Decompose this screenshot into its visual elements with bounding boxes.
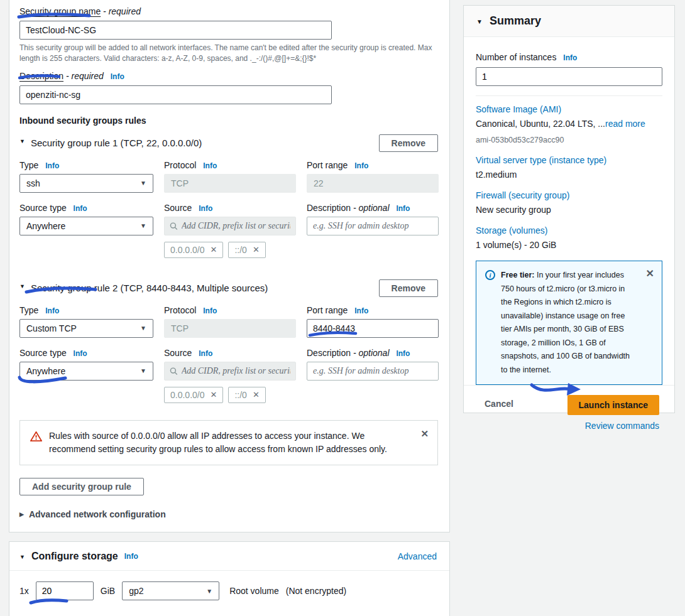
software-image-link[interactable]: Software Image (AMI) [476,104,561,114]
number-of-instances-label: Number of instances Info [476,52,662,62]
security-group-name-label: Security group name - required [19,6,438,16]
chevron-down-icon: ▼ [19,138,25,144]
advanced-network-configuration-toggle[interactable]: ▶ Advanced network configuration [19,509,438,519]
rule1-source-type-label: Source type Info [19,203,153,213]
root-volume-label: Root volume [229,586,279,596]
source-info-link[interactable]: Info [199,204,212,213]
rule2-port-label: Port range Info [307,305,439,315]
summary-panel: ▼ Summary Number of instances Info Softw… [463,5,675,413]
firewall-value: New security group [476,205,662,215]
security-group-name-input[interactable] [19,21,332,40]
rule2-source-label: Source Info [164,348,296,358]
software-image-section: Software Image (AMI) Canonical, Ubuntu, … [476,104,662,144]
warning-text: Rules with source of 0.0.0.0/0 allow all… [49,430,407,456]
port-range-info-link[interactable]: Info [354,306,368,315]
open-cidr-warning: Rules with source of 0.0.0.0/0 allow all… [19,420,438,465]
rule1-type-select[interactable]: ssh ▼ [19,174,153,193]
source-type-info-link[interactable]: Info [74,349,87,358]
rule1-protocol-value: TCP [164,174,296,193]
chevron-down-icon: ▼ [19,283,25,289]
chevron-down-icon: ▼ [140,180,146,186]
cidr-chip: ::/0 ✕ [228,242,265,258]
summary-header[interactable]: ▼ Summary [464,6,674,37]
firewall-link[interactable]: Firewall (security group) [476,190,569,200]
description-input[interactable] [19,85,332,104]
rule2-source-type-label: Source type Info [19,348,153,358]
type-info-link[interactable]: Info [45,161,59,170]
description-info-link[interactable]: Info [396,349,410,358]
source-type-info-link[interactable]: Info [74,204,87,213]
rule2-port-input[interactable] [307,319,439,338]
rule1-source-label: Source Info [164,203,296,213]
rule1-port-value: 22 [307,174,439,193]
volume-count-label: 1x [19,586,29,596]
rule1-source-searchbox[interactable] [164,217,296,235]
rule1-type-label: Type Info [19,160,153,170]
instances-info-link[interactable]: Info [563,53,577,62]
review-commands-link[interactable]: Review commands [585,421,659,431]
rule2-source-input[interactable] [182,366,290,376]
cidr-chip: ::/0 ✕ [228,387,265,403]
rule1-description-label: Description - optional Info [307,203,439,213]
firewall-section: Firewall (security group) New security g… [476,190,662,215]
free-tier-text: Free tier: In your first year includes 7… [501,269,637,377]
close-icon[interactable]: ✕ [646,267,654,279]
inbound-rules-title: Inbound security groups rules [19,116,438,126]
description-label: Description - required Info [19,71,438,81]
close-icon[interactable]: ✕ [253,245,260,254]
cidr-chip: 0.0.0.0/0 ✕ [164,387,223,403]
storage-advanced-link[interactable]: Advanced [398,551,437,561]
close-icon[interactable]: ✕ [253,390,260,399]
description-info-link[interactable]: Info [396,204,410,213]
warning-icon [30,431,42,442]
info-icon: i [485,270,495,280]
chevron-down-icon: ▼ [140,325,146,332]
divider [476,95,662,96]
description-info-link[interactable]: Info [111,72,124,81]
software-image-value: Canonical, Ubuntu, 22.04 LTS, ...read mo… [476,119,662,133]
storage-volumes-section: Storage (volumes) 1 volume(s) - 20 GiB [476,225,662,250]
rule2-source-searchbox[interactable] [164,362,296,381]
chevron-down-icon: ▼ [476,18,483,25]
protocol-info-link[interactable]: Info [203,306,217,315]
cidr-chip: 0.0.0.0/0 ✕ [164,242,223,258]
instance-type-link[interactable]: Virtual server type (instance type) [476,155,606,165]
number-of-instances-input[interactable] [476,67,662,86]
rule2-source-type-select[interactable]: Anywhere ▼ [19,362,153,381]
storage-info-link[interactable]: Info [124,552,138,561]
launch-instance-button[interactable]: Launch instance [567,395,659,415]
close-icon[interactable]: ✕ [211,390,217,399]
rule1-description-input[interactable] [307,217,439,235]
add-security-group-rule-button[interactable]: Add security group rule [19,478,144,495]
chevron-down-icon: ▼ [19,554,25,560]
rule1-port-label: Port range Info [307,160,439,170]
rule2-type-label: Type Info [19,305,153,315]
volume-type-select[interactable]: gp2 ▼ [122,581,219,600]
volume-size-input[interactable] [36,581,94,600]
chevron-down-icon: ▼ [140,367,146,374]
rule2-header[interactable]: ▼ Security group rule 2 (TCP, 8440-8443,… [19,283,268,293]
rule2-remove-button[interactable]: Remove [379,279,438,297]
read-more-link[interactable]: read more [605,119,645,129]
source-info-link[interactable]: Info [199,349,212,358]
protocol-info-link[interactable]: Info [203,161,217,170]
storage-volumes-link[interactable]: Storage (volumes) [476,225,547,235]
port-range-info-link[interactable]: Info [354,161,368,170]
ami-id: ami-053b0d53c279acc90 [476,136,662,144]
close-icon[interactable]: ✕ [211,245,217,254]
rule1-remove-button[interactable]: Remove [379,134,438,152]
rule1-source-type-select[interactable]: Anywhere ▼ [19,217,153,235]
storage-volumes-value: 1 volume(s) - 20 GiB [476,240,662,250]
rule2-description-input[interactable] [307,362,439,381]
rule1-protocol-label: Protocol Info [164,160,296,170]
rule2-type-select[interactable]: Custom TCP ▼ [19,319,153,338]
chevron-down-icon: ▼ [206,588,212,595]
free-tier-infobox: i Free tier: In your first year includes… [476,261,662,385]
cancel-button[interactable]: Cancel [485,395,513,409]
rule1-source-input[interactable] [182,221,290,231]
rule1-header[interactable]: ▼ Security group rule 1 (TCP, 22, 0.0.0.… [19,138,202,148]
security-group-panel: Security group name - required This secu… [9,0,450,532]
configure-storage-header[interactable]: ▼ Configure storage Info [19,551,138,562]
close-icon[interactable]: ✕ [420,428,429,440]
type-info-link[interactable]: Info [45,306,59,315]
